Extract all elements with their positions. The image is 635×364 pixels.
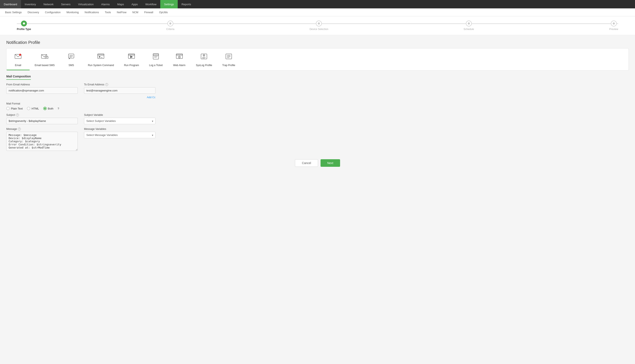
- profile-card-run-program[interactable]: Run Program: [119, 48, 144, 70]
- top-nav-item-maps[interactable]: Maps: [113, 0, 128, 8]
- radio-both-label: Both: [48, 107, 54, 110]
- sub-nav-item-configuration[interactable]: Configuration: [42, 8, 63, 16]
- mail-format-row: Mail Format Plain Text HTML Both ?: [6, 102, 629, 110]
- profile-card-trap[interactable]: Trap Profile: [217, 48, 240, 70]
- syslog-label: SysLog Profile: [196, 64, 212, 67]
- radio-html-circle: [27, 107, 30, 110]
- wizard-label-2: Device Selection: [310, 28, 328, 31]
- email-sms-label: Email based SMS: [35, 64, 55, 67]
- top-nav-item-settings[interactable]: Settings: [160, 0, 178, 8]
- top-nav-item-network[interactable]: Network: [40, 0, 57, 8]
- wizard-label-1: Criteria: [166, 28, 174, 31]
- to-email-group: To Email Address ? Add Cc: [84, 83, 155, 99]
- svg-rect-32: [226, 54, 232, 59]
- to-email-help-icon[interactable]: ?: [105, 83, 108, 86]
- wizard-steps: Profile TypeCriteriaDevice SelectionSche…: [0, 20, 635, 31]
- sub-nav-item-discovery[interactable]: Discovery: [25, 8, 42, 16]
- sub-nav-item-ncm[interactable]: NCM: [129, 8, 141, 16]
- wizard-step-1[interactable]: Criteria: [166, 20, 174, 31]
- message-textarea[interactable]: Message: $message Device: $displayName C…: [6, 132, 78, 151]
- profile-card-web-alarm[interactable]: Web Alarm: [168, 48, 191, 70]
- radio-html[interactable]: HTML: [27, 107, 39, 110]
- radio-html-label: HTML: [32, 107, 39, 110]
- top-nav-item-workflow[interactable]: Workflow: [142, 0, 160, 8]
- from-email-input[interactable]: [6, 87, 78, 94]
- mail-format-help-icon[interactable]: ?: [58, 107, 59, 110]
- wizard-step-0[interactable]: Profile Type: [17, 20, 31, 31]
- top-nav-item-dashboard[interactable]: Dashboard: [0, 0, 21, 8]
- sub-nav-item-monitoring[interactable]: Monitoring: [63, 8, 82, 16]
- subject-help-icon[interactable]: ?: [16, 114, 19, 116]
- email-label: Email: [15, 64, 21, 67]
- next-button[interactable]: Next: [321, 159, 340, 167]
- svg-rect-23: [176, 54, 182, 55]
- profile-card-run-command[interactable]: Run System Command: [83, 48, 119, 70]
- wizard-circle-3: [466, 20, 472, 26]
- wizard-step-4[interactable]: Preview: [609, 20, 618, 31]
- wizard-circle-4: [611, 20, 617, 26]
- wizard-step-2[interactable]: Device Selection: [310, 20, 328, 31]
- sub-nav-item-oputils[interactable]: OpUtils: [156, 8, 170, 16]
- add-cc-link[interactable]: Add Cc: [84, 96, 155, 99]
- section-title: Mail Composition: [6, 75, 31, 80]
- sms-label: SMS: [69, 64, 74, 67]
- top-nav-item-inventory[interactable]: Inventory: [21, 0, 40, 8]
- subject-variable-select[interactable]: Select Subject Variables: [84, 118, 155, 124]
- ticket-icon: [152, 53, 160, 62]
- message-help-icon[interactable]: ?: [18, 128, 21, 130]
- from-email-label: From Email Address: [6, 83, 78, 86]
- svg-point-1: [19, 54, 21, 56]
- profile-card-email-sms[interactable]: Email based SMS: [30, 48, 60, 70]
- sub-nav-item-tools[interactable]: Tools: [102, 8, 114, 16]
- top-nav-item-alarms[interactable]: Alarms: [97, 0, 113, 8]
- mail-composition-section: Mail Composition From Email Address To E…: [6, 75, 629, 151]
- run-program-icon: [128, 53, 135, 62]
- subject-label: Subject ?: [6, 114, 78, 116]
- mail-format-label: Mail Format: [6, 102, 78, 105]
- profile-card-ticket[interactable]: Log a Ticket: [144, 48, 168, 70]
- mail-format-options: Plain Text HTML Both ?: [6, 107, 78, 110]
- subject-row: Subject ? Subject Variable Select Subjec…: [6, 114, 629, 124]
- svg-point-26: [179, 57, 180, 57]
- svg-rect-6: [69, 54, 74, 58]
- profile-card-sms[interactable]: SMS: [60, 48, 83, 70]
- email-icon: [14, 53, 22, 62]
- sub-nav-item-basic-settings[interactable]: Basic Settings: [2, 8, 25, 16]
- radio-both[interactable]: Both: [43, 107, 54, 110]
- svg-marker-10: [69, 58, 70, 59]
- trap-icon: [225, 53, 233, 62]
- footer-buttons: Cancel Next: [6, 159, 629, 173]
- web-alarm-icon: [176, 53, 183, 62]
- message-row: Message ? Message: $message Device: $dis…: [6, 128, 629, 151]
- profile-card-syslog[interactable]: SysLog Profile: [191, 48, 217, 70]
- radio-plain-text-label: Plain Text: [11, 107, 23, 110]
- ticket-label: Log a Ticket: [149, 64, 163, 67]
- top-nav-item-virtualization[interactable]: Virtualization: [74, 0, 97, 8]
- sub-nav-item-notifications[interactable]: Notifications: [82, 8, 102, 16]
- message-variables-group: Message Variables Select Message Variabl…: [84, 128, 155, 151]
- subject-input[interactable]: [6, 118, 78, 124]
- subject-variable-group: Subject Variable Select Subject Variable…: [84, 114, 155, 124]
- syslog-icon: [200, 53, 208, 62]
- message-variables-select[interactable]: Select Message Variables: [84, 132, 155, 138]
- message-variable-select-wrapper: Select Message Variables: [84, 132, 155, 138]
- run-command-icon: [97, 53, 105, 62]
- cancel-button[interactable]: Cancel: [295, 159, 318, 167]
- radio-plain-text[interactable]: Plain Text: [6, 107, 23, 110]
- top-nav-item-reports[interactable]: Reports: [178, 0, 195, 8]
- subject-variable-label: Subject Variable: [84, 114, 155, 116]
- sub-nav-item-firewall[interactable]: Firewall: [141, 8, 156, 16]
- top-navigation: DashboardInventoryNetworkServersVirtuali…: [0, 0, 635, 8]
- web-alarm-label: Web Alarm: [173, 64, 185, 67]
- wizard-container: Profile TypeCriteriaDevice SelectionSche…: [0, 16, 635, 35]
- to-email-input[interactable]: [84, 87, 155, 94]
- profile-card-email[interactable]: Email: [7, 48, 30, 70]
- svg-marker-17: [130, 56, 133, 58]
- wizard-circle-2: [316, 20, 322, 26]
- mail-format-group: Mail Format Plain Text HTML Both ?: [6, 102, 78, 110]
- sub-nav-item-netflow[interactable]: NetFlow: [114, 8, 129, 16]
- top-nav-item-apps[interactable]: Apps: [128, 0, 142, 8]
- radio-plain-text-circle: [6, 107, 10, 110]
- wizard-step-3[interactable]: Schedule: [464, 20, 474, 31]
- top-nav-item-servers[interactable]: Servers: [57, 0, 74, 8]
